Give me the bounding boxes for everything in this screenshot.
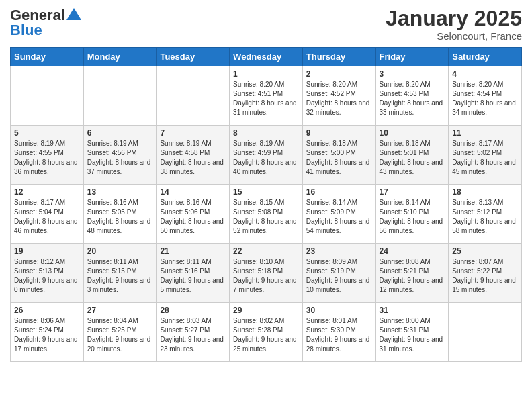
day-number: 25 xyxy=(452,246,518,256)
cell-line: Sunset: 4:58 PM xyxy=(160,149,210,156)
cell-line: Daylight: 8 hours and 50 minutes. xyxy=(160,218,224,234)
calendar-cell: 18Sunrise: 8:13 AMSunset: 5:12 PMDayligh… xyxy=(449,185,522,244)
logo-icon xyxy=(66,7,81,21)
cell-content: Sunrise: 8:06 AMSunset: 5:24 PMDaylight:… xyxy=(14,316,80,354)
cell-line: Sunset: 4:59 PM xyxy=(233,149,283,156)
day-number: 14 xyxy=(160,187,226,197)
cell-content: Sunrise: 8:14 AMSunset: 5:10 PMDaylight:… xyxy=(380,198,445,236)
day-number: 21 xyxy=(160,246,226,256)
cell-content: Sunrise: 8:19 AMSunset: 4:58 PMDaylight:… xyxy=(160,139,226,177)
cell-line: Sunset: 5:30 PM xyxy=(306,326,356,334)
day-number: 9 xyxy=(306,128,372,138)
day-number: 3 xyxy=(380,69,445,79)
cell-content: Sunrise: 8:20 AMSunset: 4:51 PMDaylight:… xyxy=(233,80,299,118)
cell-line: Sunrise: 8:01 AM xyxy=(306,317,357,324)
cell-line: Daylight: 8 hours and 54 minutes. xyxy=(306,218,370,234)
cell-line: Sunset: 5:16 PM xyxy=(160,267,210,275)
cell-line: Daylight: 9 hours and 5 minutes. xyxy=(160,277,224,293)
col-monday: Monday xyxy=(83,48,157,66)
cell-line: Sunrise: 8:06 AM xyxy=(14,317,65,324)
cell-content: Sunrise: 8:20 AMSunset: 4:53 PMDaylight:… xyxy=(380,80,445,118)
week-row-4: 26Sunrise: 8:06 AMSunset: 5:24 PMDayligh… xyxy=(11,303,522,362)
cell-line: Sunset: 5:00 PM xyxy=(306,149,356,156)
calendar-cell: 22Sunrise: 8:10 AMSunset: 5:18 PMDayligh… xyxy=(230,244,303,303)
day-number: 29 xyxy=(233,306,299,315)
cell-content: Sunrise: 8:12 AMSunset: 5:13 PMDaylight:… xyxy=(14,257,80,295)
col-friday: Friday xyxy=(375,48,449,66)
cell-content: Sunrise: 8:09 AMSunset: 5:19 PMDaylight:… xyxy=(306,257,372,295)
cell-content: Sunrise: 8:16 AMSunset: 5:06 PMDaylight:… xyxy=(160,198,226,236)
cell-line: Sunrise: 8:10 AM xyxy=(233,258,284,265)
cell-line: Sunrise: 8:02 AM xyxy=(233,317,284,324)
day-number: 6 xyxy=(87,128,153,138)
cell-line: Sunrise: 8:17 AM xyxy=(452,140,503,147)
cell-line: Sunrise: 8:11 AM xyxy=(160,258,211,265)
day-number: 1 xyxy=(233,69,299,79)
cell-content: Sunrise: 8:17 AMSunset: 5:02 PMDaylight:… xyxy=(452,139,518,177)
cell-line: Sunrise: 8:09 AM xyxy=(306,258,357,265)
cell-line: Sunrise: 8:14 AM xyxy=(380,199,431,206)
day-number: 15 xyxy=(233,187,299,197)
calendar-cell: 16Sunrise: 8:14 AMSunset: 5:09 PMDayligh… xyxy=(302,185,375,244)
week-row-3: 19Sunrise: 8:12 AMSunset: 5:13 PMDayligh… xyxy=(11,244,522,303)
cell-line: Sunrise: 8:15 AM xyxy=(233,199,284,206)
week-row-2: 12Sunrise: 8:17 AMSunset: 5:04 PMDayligh… xyxy=(11,185,522,244)
cell-line: Daylight: 8 hours and 48 minutes. xyxy=(87,218,151,234)
cell-line: Daylight: 9 hours and 0 minutes. xyxy=(14,277,78,293)
calendar-cell: 28Sunrise: 8:03 AMSunset: 5:27 PMDayligh… xyxy=(157,303,230,362)
cell-line: Daylight: 8 hours and 31 minutes. xyxy=(233,99,297,116)
cell-line: Daylight: 9 hours and 28 minutes. xyxy=(306,336,370,353)
cell-content: Sunrise: 8:14 AMSunset: 5:09 PMDaylight:… xyxy=(306,198,372,236)
calendar-cell: 24Sunrise: 8:08 AMSunset: 5:21 PMDayligh… xyxy=(375,244,449,303)
day-number: 24 xyxy=(380,246,445,256)
cell-line: Sunset: 5:02 PM xyxy=(452,149,502,156)
day-number: 27 xyxy=(87,306,153,315)
cell-content: Sunrise: 8:19 AMSunset: 4:55 PMDaylight:… xyxy=(14,139,80,177)
cell-content: Sunrise: 8:02 AMSunset: 5:28 PMDaylight:… xyxy=(233,316,299,354)
cell-line: Daylight: 8 hours and 45 minutes. xyxy=(452,158,516,175)
cell-line: Daylight: 8 hours and 56 minutes. xyxy=(380,218,443,234)
cell-line: Sunrise: 8:12 AM xyxy=(14,258,65,265)
week-row-0: 1Sunrise: 8:20 AMSunset: 4:51 PMDaylight… xyxy=(11,66,522,126)
cell-line: Sunrise: 8:19 AM xyxy=(14,140,65,147)
cell-line: Sunrise: 8:20 AM xyxy=(233,81,284,88)
cell-line: Sunset: 5:12 PM xyxy=(452,208,502,216)
calendar-cell: 31Sunrise: 8:00 AMSunset: 5:31 PMDayligh… xyxy=(375,303,449,362)
day-number: 8 xyxy=(233,128,299,138)
cell-content: Sunrise: 8:08 AMSunset: 5:21 PMDaylight:… xyxy=(380,257,445,295)
calendar-cell: 10Sunrise: 8:18 AMSunset: 5:01 PMDayligh… xyxy=(375,126,449,185)
cell-line: Daylight: 8 hours and 58 minutes. xyxy=(452,218,516,234)
calendar-cell: 27Sunrise: 8:04 AMSunset: 5:25 PMDayligh… xyxy=(83,303,157,362)
cell-line: Sunset: 5:24 PM xyxy=(14,326,64,334)
day-number: 12 xyxy=(14,187,80,197)
col-tuesday: Tuesday xyxy=(157,48,230,66)
calendar-cell: 19Sunrise: 8:12 AMSunset: 5:13 PMDayligh… xyxy=(11,244,84,303)
cell-line: Daylight: 9 hours and 25 minutes. xyxy=(233,336,297,353)
logo-blue: Blue xyxy=(10,21,42,39)
cell-line: Sunset: 4:51 PM xyxy=(233,90,283,97)
cell-content: Sunrise: 8:20 AMSunset: 4:54 PMDaylight:… xyxy=(452,80,518,118)
cell-line: Sunset: 5:13 PM xyxy=(14,267,64,275)
location: Seloncourt, France xyxy=(386,30,522,42)
cell-line: Daylight: 8 hours and 33 minutes. xyxy=(380,99,443,116)
cell-line: Sunrise: 8:18 AM xyxy=(380,140,431,147)
cell-line: Sunrise: 8:11 AM xyxy=(87,258,138,265)
calendar-cell: 25Sunrise: 8:07 AMSunset: 5:22 PMDayligh… xyxy=(449,244,522,303)
day-number: 26 xyxy=(14,306,80,315)
day-number: 13 xyxy=(87,187,153,197)
logo: General Blue xyxy=(10,7,81,39)
cell-line: Sunset: 5:21 PM xyxy=(380,267,429,275)
cell-line: Daylight: 8 hours and 38 minutes. xyxy=(160,158,224,175)
title-block: January 2025 Seloncourt, France xyxy=(386,7,522,42)
cell-line: Sunrise: 8:03 AM xyxy=(160,317,211,324)
cell-line: Sunset: 5:27 PM xyxy=(160,326,210,334)
col-sunday: Sunday xyxy=(11,48,84,66)
cell-line: Sunrise: 8:19 AM xyxy=(87,140,138,147)
cell-content: Sunrise: 8:03 AMSunset: 5:27 PMDaylight:… xyxy=(160,316,226,354)
day-number: 7 xyxy=(160,128,226,138)
cell-content: Sunrise: 8:19 AMSunset: 4:56 PMDaylight:… xyxy=(87,139,153,177)
cell-line: Daylight: 9 hours and 20 minutes. xyxy=(87,336,151,353)
day-number: 2 xyxy=(306,69,372,79)
calendar-cell: 20Sunrise: 8:11 AMSunset: 5:15 PMDayligh… xyxy=(83,244,157,303)
cell-line: Sunrise: 8:16 AM xyxy=(87,199,138,206)
